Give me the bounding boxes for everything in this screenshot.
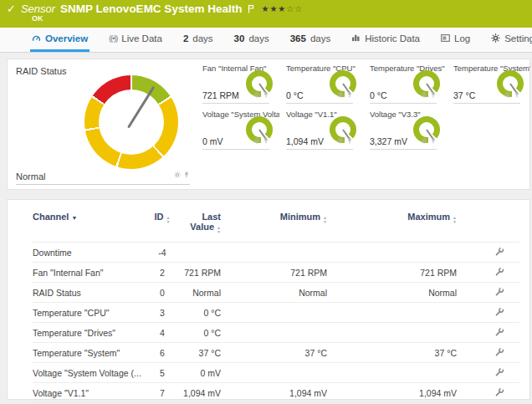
table-row: RAID Status0NormalNormalNormal	[33, 283, 519, 303]
log-icon	[441, 33, 450, 43]
gauges-panel: RAID Status Normal Fan "Internal Fan" 72…	[7, 59, 530, 190]
sort-icon: ▲▼	[217, 226, 221, 233]
gauge-label: Voltage "System Voltage (12...	[202, 110, 279, 119]
table-row: Temperature "CPU"30 °C	[33, 303, 519, 323]
channel-name: Downtime	[33, 243, 146, 263]
small-gauges-grid: Fan "Internal Fan" 721 RPM Temperature "…	[198, 59, 532, 189]
gauge-card-temperature-cpu: Temperature "CPU" 0 °C	[286, 64, 353, 104]
gauge-label: Temperature "System"	[453, 64, 530, 73]
gear-icon[interactable]	[337, 86, 344, 101]
pin-icon[interactable]	[346, 132, 353, 147]
gauge-value: 37 °C	[453, 90, 475, 100]
channel-settings-wrench-icon[interactable]	[495, 368, 504, 378]
raid-gauge-title: RAID Status	[16, 66, 67, 76]
channel-name: Fan "Internal Fan"	[33, 263, 146, 283]
flag-icon[interactable]	[248, 4, 254, 13]
gauge-value: 1,094 mV	[286, 136, 324, 146]
table-row: Voltage "System Voltage (...50 mV	[33, 363, 519, 383]
gauge-icon	[32, 33, 41, 44]
gauge-value: 0 °C	[370, 90, 387, 100]
sort-icon: ▲▼	[323, 216, 327, 223]
channel-name: Voltage "System Voltage (...	[33, 363, 146, 383]
table-row: Voltage "V1.1"71,094 mV1,094 mV1,094 mV	[33, 383, 519, 403]
gauge-label: Temperature "Drives"	[370, 64, 447, 73]
gauge-label: Voltage "V1.1"	[286, 110, 363, 119]
gauge-card-voltage-system-voltage: Voltage "System Voltage (12... 0 mV	[202, 110, 269, 150]
gear-icon[interactable]	[504, 86, 511, 101]
tab-2-days[interactable]: 2days	[182, 28, 215, 52]
table-row: Downtime-4	[33, 243, 519, 263]
pin-icon[interactable]	[263, 86, 269, 101]
column-header-id[interactable]: ID▲▼	[146, 205, 179, 243]
gauge-value: 721 RPM	[202, 90, 239, 100]
tab-historic-data[interactable]: Historic Data	[350, 28, 422, 52]
tab-overview[interactable]: Overview	[30, 28, 90, 52]
sensor-status-badge: OK	[32, 14, 525, 23]
pin-icon[interactable]	[514, 86, 520, 101]
channels-panel: Channel▼ ID▲▼ Last Value▲▼ Minimum▲▼ Max…	[7, 199, 530, 400]
channel-settings-wrench-icon[interactable]	[495, 308, 504, 318]
gauge-label: Fan "Internal Fan"	[202, 64, 279, 73]
status-ok-icon: ✓	[7, 3, 16, 15]
gauge-value: 0 °C	[286, 90, 304, 100]
tab-365-days[interactable]: 365days	[289, 28, 332, 52]
gauge-card-temperature-drives: Temperature "Drives" 0 °C	[370, 64, 437, 104]
gauge-label: Voltage "V3.3"	[370, 110, 447, 119]
table-row: Fan "Internal Fan"2721 RPM721 RPM721 RPM	[33, 263, 519, 283]
pin-icon[interactable]	[430, 132, 437, 147]
channel-settings-wrench-icon[interactable]	[495, 248, 504, 258]
gear-icon	[491, 33, 500, 44]
gear-icon[interactable]	[174, 166, 181, 182]
gauge-card-voltage-v1-1: Voltage "V1.1" 1,094 mV	[286, 110, 353, 150]
channel-settings-wrench-icon[interactable]	[495, 388, 504, 398]
column-header-minimum[interactable]: Minimum▲▼	[221, 205, 327, 243]
pin-icon[interactable]	[346, 86, 353, 101]
gear-icon[interactable]	[421, 86, 427, 101]
gear-icon[interactable]	[337, 132, 344, 147]
gear-icon[interactable]	[421, 132, 427, 147]
channel-settings-wrench-icon[interactable]	[495, 268, 504, 278]
channels-table: Channel▼ ID▲▼ Last Value▲▼ Minimum▲▼ Max…	[33, 205, 519, 404]
live-data-icon: ((•))	[109, 34, 117, 43]
tab-live-data[interactable]: ((•)) Live Data	[107, 28, 164, 52]
gear-icon[interactable]	[253, 86, 260, 101]
channel-name: RAID Status	[33, 283, 146, 303]
sensor-title: SNMP LenovoEMC System Health	[60, 3, 242, 15]
tab-30-days[interactable]: 30days	[233, 28, 271, 52]
raid-gauge-value: Normal	[16, 171, 45, 182]
priority-stars[interactable]: ★★★☆☆	[261, 4, 303, 13]
channel-settings-wrench-icon[interactable]	[495, 348, 504, 358]
column-header-maximum[interactable]: Maximum▲▼	[327, 205, 457, 243]
tab-settings[interactable]: Settings	[489, 28, 532, 52]
table-row: Temperature "System"637 °C37 °C37 °C	[33, 343, 519, 363]
chart-icon	[351, 33, 361, 43]
gauge-card-fan-internal-fan: Fan "Internal Fan" 721 RPM	[202, 64, 269, 104]
raid-gauge-dial[interactable]	[84, 75, 178, 169]
column-header-channel[interactable]: Channel▼	[33, 205, 146, 243]
channel-settings-wrench-icon[interactable]	[495, 288, 504, 298]
raid-status-gauge-card: RAID Status Normal	[8, 59, 198, 189]
tab-log[interactable]: Log	[439, 28, 472, 52]
gauge-value: 0 mV	[202, 136, 223, 146]
pin-icon[interactable]	[183, 166, 190, 182]
channel-settings-wrench-icon[interactable]	[495, 328, 504, 338]
gauge-label: Temperature "CPU"	[286, 64, 363, 73]
pin-icon[interactable]	[263, 132, 269, 147]
sensor-header: ✓ Sensor SNMP LenovoEMC System Health ★★…	[0, 0, 532, 28]
gauge-card-voltage-v3-3: Voltage "V3.3" 3,327 mV	[370, 110, 437, 150]
gauge-card-temperature-system: Temperature "System" 37 °C	[453, 64, 520, 104]
column-header-last-value[interactable]: Last Value▲▼	[179, 205, 221, 243]
gear-icon[interactable]	[253, 132, 260, 147]
pin-icon[interactable]	[430, 86, 437, 101]
sort-icon: ▲▼	[166, 216, 171, 223]
channel-name: Voltage "V1.1"	[33, 383, 146, 403]
tab-bar: Overview ((•)) Live Data 2days 30days 36…	[0, 28, 532, 53]
sort-icon: ▲▼	[453, 216, 457, 223]
channel-name: Temperature "System"	[33, 343, 146, 363]
channel-name: Temperature "Drives"	[33, 323, 146, 343]
sort-desc-icon: ▼	[71, 215, 77, 221]
object-kind-label: Sensor	[21, 3, 55, 15]
channel-name: Temperature "CPU"	[33, 303, 146, 323]
table-row: Temperature "Drives"40 °C	[33, 323, 519, 343]
gauge-value: 3,327 mV	[370, 136, 407, 146]
